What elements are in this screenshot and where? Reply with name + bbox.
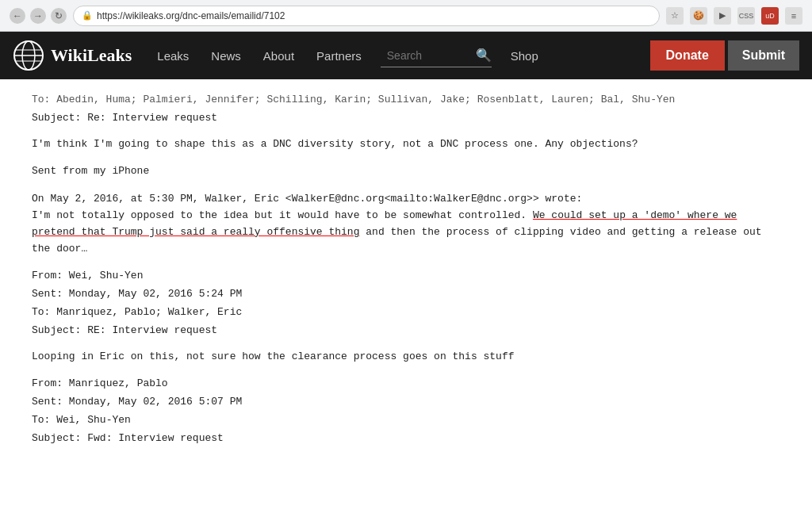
nav-news[interactable]: News (201, 43, 251, 69)
navbar-links: Leaks News About Partners 🔍 Shop (147, 43, 643, 69)
browser-toolbar: ← → ↻ 🔒 https://wikileaks.org/dnc-emails… (0, 0, 812, 32)
logo-text: WikiLeaks (51, 45, 132, 66)
nav-partners[interactable]: Partners (307, 43, 371, 69)
submit-button[interactable]: Submit (728, 40, 799, 71)
email-sent-from: Sent from my iPhone (32, 163, 780, 180)
email-content: To: Abedin, Huma; Palmieri, Jennifer; Sc… (0, 79, 812, 469)
extension-icon[interactable]: uD (761, 7, 779, 25)
menu-icon[interactable]: ≡ (785, 7, 802, 25)
email-subject-header: Subject: Re: Interview request (32, 110, 780, 127)
donate-button[interactable]: Donate (650, 40, 725, 71)
nav-leaks[interactable]: Leaks (147, 43, 198, 69)
nav-about[interactable]: About (254, 43, 304, 69)
back-button[interactable]: ← (10, 8, 25, 24)
cookie-icon[interactable]: 🍪 (690, 7, 707, 25)
address-bar[interactable]: 🔒 https://wikileaks.org/dnc-emails/email… (73, 6, 660, 26)
forward-button[interactable]: → (30, 8, 46, 24)
subject-label: Subject: (32, 112, 81, 124)
email-meta-2: From: Manriquez, Pablo Sent: Monday, May… (32, 376, 780, 446)
email-para-3: On May 2, 2016, at 5:30 PM, Walker, Eric… (32, 191, 780, 257)
search-container[interactable]: 🔍 (381, 44, 492, 67)
email-para-4: Looping in Eric on this, not sure how th… (32, 349, 780, 366)
browser-icon-group: ☆ 🍪 ▶ CSS uD ≡ (666, 7, 802, 25)
nav-shop[interactable]: Shop (501, 43, 548, 69)
url-text: https://wikileaks.org/dnc-emails/emailid… (97, 10, 285, 21)
wikileaks-logo-icon (13, 40, 44, 71)
search-icon[interactable]: 🔍 (476, 48, 492, 63)
lock-icon: 🔒 (82, 10, 93, 21)
email-meta-1: From: Wei, Shu-Yen Sent: Monday, May 02,… (32, 268, 780, 339)
logo[interactable]: WikiLeaks (13, 40, 132, 71)
star-icon[interactable]: ☆ (666, 7, 684, 25)
email-to-header: To: Abedin, Huma; Palmieri, Jennifer; Sc… (32, 92, 780, 109)
media-icon[interactable]: ▶ (714, 7, 731, 25)
search-input[interactable] (381, 44, 476, 67)
subject-value: Re: Interview request (87, 112, 217, 124)
navbar: WikiLeaks Leaks News About Partners 🔍 Sh… (0, 32, 812, 79)
email-para-1: I'm think I'm going to shape this as a D… (32, 136, 780, 153)
refresh-button[interactable]: ↻ (51, 8, 67, 24)
css-icon[interactable]: CSS (737, 7, 755, 25)
browser-controls: ← → ↻ (10, 8, 67, 24)
